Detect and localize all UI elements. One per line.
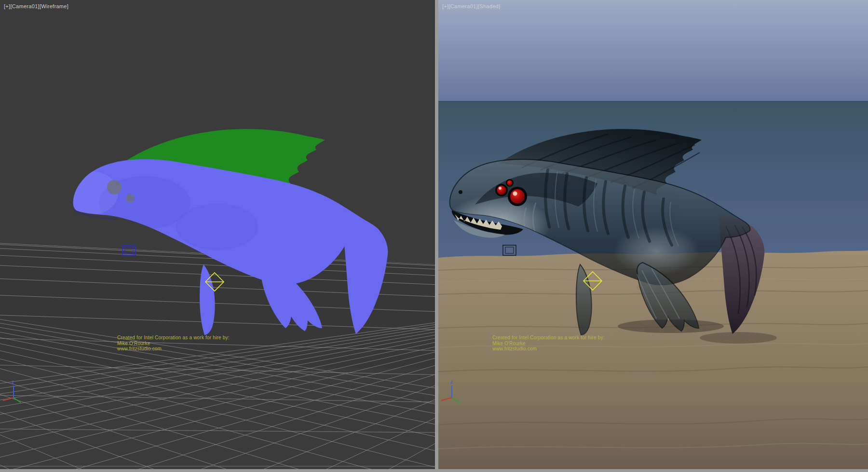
camera-label[interactable]: [Camera01] (10, 3, 39, 9)
watermark-line-2: Mike O'Rourke (492, 341, 605, 347)
viewport-label: [+][Camera01][Wireframe] (4, 3, 68, 9)
viewport-menu-button[interactable]: [+] (4, 3, 10, 9)
viewport-splitter[interactable] (435, 0, 438, 469)
viewport-menu-button[interactable]: [+] (442, 3, 448, 9)
sky-background (438, 0, 868, 102)
watermark-line-2: Mike O'Rourke (117, 341, 230, 347)
watermark-text: Created for Intel Corporation as a work … (117, 335, 230, 352)
viewport-canvas-left[interactable]: z (0, 0, 435, 469)
watermark-line-3: www.fritzstudio.com (492, 346, 605, 352)
viewport-label: [+][Camera01][Shaded] (442, 3, 500, 9)
axis-z-label: z (450, 379, 453, 385)
shading-label[interactable]: [Shaded] (478, 3, 500, 9)
viewport-area: z [+][Camera01][Wireframe] Created for I… (0, 0, 868, 472)
watermark-line-1: Created for Intel Corporation as a work … (117, 335, 230, 341)
watermark-line-3: www.fritzstudio.com (117, 346, 230, 352)
watermark-text: Created for Intel Corporation as a work … (492, 335, 605, 352)
axis-z-label: z (12, 379, 14, 385)
camera-label[interactable]: [Camera01] (448, 3, 477, 9)
fish-tail-shadow (700, 332, 777, 344)
fish-nostril (459, 190, 462, 194)
fish-eye-spot-small (126, 194, 135, 203)
shading-label[interactable]: [Wireframe] (40, 3, 68, 9)
fish-eye-spot (107, 180, 122, 194)
watermark-line-1: Created for Intel Corporation as a work … (492, 335, 605, 341)
viewport-left-wireframe[interactable]: z [+][Camera01][Wireframe] Created for I… (0, 0, 435, 469)
viewport-canvas-right[interactable]: z (438, 0, 868, 469)
viewport-right-shaded[interactable]: z [+][Camera01][Shaded] Created for Inte… (438, 0, 868, 469)
